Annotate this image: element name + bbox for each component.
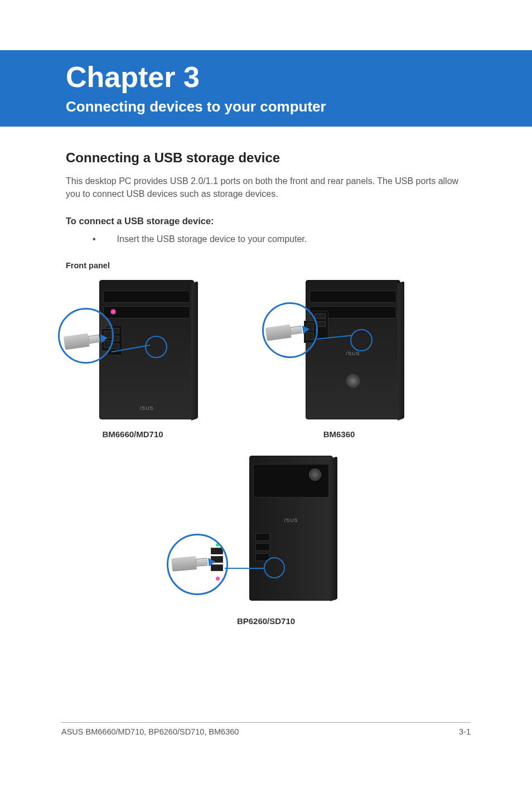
front-panel-label: Front panel bbox=[66, 261, 466, 270]
optical-drive bbox=[103, 306, 190, 318]
page-number: 3-1 bbox=[459, 727, 471, 736]
device-col-b: /SUS BM6360 bbox=[267, 280, 412, 439]
usb-flash-drive-icon bbox=[171, 555, 209, 572]
usb-port-icon bbox=[211, 548, 223, 554]
chapter-number: Chapter 3 bbox=[66, 60, 532, 94]
model-label-b: BM6360 bbox=[323, 429, 355, 439]
callout-magnifier bbox=[262, 302, 318, 358]
sff-body: /SUS bbox=[249, 456, 333, 601]
audio-jack-icon bbox=[216, 543, 219, 547]
footer-model-list: ASUS BM6660/MD710, BP6260/SD710, BM6360 bbox=[61, 727, 239, 736]
usb-port-icon bbox=[315, 313, 326, 319]
usb-drive-body bbox=[265, 325, 292, 341]
tower-side-panel bbox=[191, 281, 198, 421]
optical-drive bbox=[309, 291, 396, 303]
instruction-text: Insert the USB storage device to your co… bbox=[117, 234, 307, 244]
usb-drive-connector bbox=[88, 335, 100, 344]
device-row-top: /SUS BM6660/MD710 bbox=[60, 280, 466, 439]
model-label-c: BP6260/SD710 bbox=[237, 616, 295, 626]
usb-flash-drive-icon bbox=[265, 323, 304, 341]
intro-paragraph: This desktop PC provides USB 2.0/1.1 por… bbox=[66, 175, 466, 200]
usb-drive-connector bbox=[290, 326, 302, 335]
model-label-a: BM6660/MD710 bbox=[102, 429, 163, 439]
brand-logo: /SUS bbox=[133, 405, 161, 411]
insert-arrow-icon bbox=[100, 334, 108, 344]
usb-port-icon bbox=[255, 543, 270, 551]
tower-illustration-b: /SUS bbox=[267, 280, 412, 425]
device-row-bottom: /SUS bbox=[66, 456, 466, 626]
sff-illustration: /SUS bbox=[177, 456, 355, 612]
callout-leader-line bbox=[225, 568, 264, 569]
chapter-banner: Chapter 3 Connecting devices to your com… bbox=[0, 50, 532, 127]
page-footer: ASUS BM6660/MD710, BP6260/SD710, BM6360 … bbox=[61, 722, 471, 736]
instruction-bullet: • Insert the USB storage device to your … bbox=[93, 234, 466, 244]
tower-illustration-a: /SUS bbox=[60, 280, 205, 425]
brand-logo: /SUS bbox=[339, 351, 367, 356]
tower-body: /SUS bbox=[306, 280, 400, 419]
callout-magnifier bbox=[167, 534, 228, 595]
usb-drive-connector bbox=[196, 558, 207, 567]
procedure-heading: To connect a USB storage device: bbox=[66, 216, 466, 226]
device-col-a: /SUS BM6660/MD710 bbox=[60, 280, 205, 439]
chapter-subtitle: Connecting devices to your computer bbox=[66, 98, 532, 115]
callout-magnifier bbox=[58, 308, 114, 364]
usb-port-icon bbox=[306, 332, 314, 340]
usb-drive-body bbox=[64, 334, 90, 350]
power-button-icon bbox=[346, 374, 360, 388]
main-content: Connecting a USB storage device This des… bbox=[0, 127, 532, 626]
usb-flash-drive-icon bbox=[64, 332, 102, 350]
usb-drive-body bbox=[171, 556, 197, 572]
brand-logo: /SUS bbox=[277, 518, 305, 523]
insert-arrow-icon bbox=[302, 325, 310, 335]
tower-side-panel bbox=[398, 281, 404, 421]
bullet-icon: • bbox=[93, 234, 96, 244]
insert-arrow-icon bbox=[208, 557, 215, 567]
usb-port-icon bbox=[255, 533, 270, 541]
sff-side-panel bbox=[330, 457, 337, 602]
audio-jack-icon bbox=[216, 577, 220, 581]
section-heading: Connecting a USB storage device bbox=[66, 150, 466, 166]
device-col-c: /SUS bbox=[177, 456, 355, 626]
optical-drive bbox=[103, 291, 190, 303]
